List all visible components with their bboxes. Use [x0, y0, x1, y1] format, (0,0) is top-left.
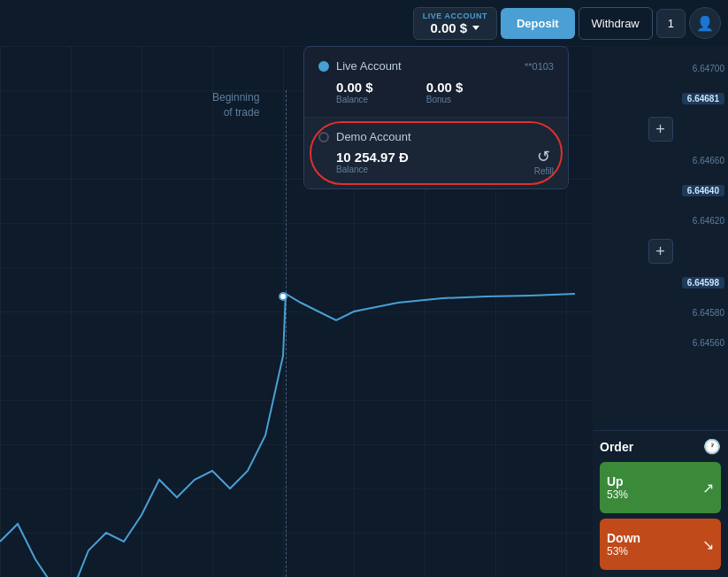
- right-panel: 6.64700 6.64681 + 6.64660 6.64640 6.6462…: [593, 46, 728, 577]
- live-account-button[interactable]: LIVE ACCOUNT 0.00 $: [413, 7, 497, 40]
- up-button[interactable]: Up 53% ↗: [600, 462, 721, 513]
- down-arrow-icon: ↘: [702, 536, 714, 553]
- down-pct: 53%: [607, 545, 628, 558]
- chevron-down-icon: [472, 26, 479, 30]
- nav-number-button[interactable]: 1: [656, 9, 686, 38]
- user-avatar-button[interactable]: 👤: [689, 7, 721, 39]
- add-button-2[interactable]: +: [648, 239, 673, 264]
- demo-radio: [318, 132, 329, 142]
- live-radio-selected: [318, 61, 329, 72]
- price-row-8: 6.64560: [596, 327, 724, 358]
- live-account-name: Live Account: [336, 59, 402, 73]
- order-section: Order 🕐 Up 53% ↗ Down 53% ↘: [593, 430, 728, 577]
- down-button[interactable]: Down 53% ↘: [600, 519, 721, 570]
- price-row-7: 6.64580: [596, 297, 724, 327]
- withdraw-button[interactable]: Withdraw: [579, 7, 653, 40]
- up-pct: 53%: [607, 489, 628, 501]
- demo-account-name: Demo Account: [336, 130, 411, 143]
- up-label: Up: [607, 474, 624, 489]
- live-account-item[interactable]: Live Account **0103 0.00 $ Balance 0.00 …: [304, 47, 568, 118]
- price-row-3: 6.64660: [596, 145, 724, 175]
- live-account-amount: 0.00 $: [430, 20, 479, 35]
- refill-icon: ↺: [537, 147, 550, 166]
- demo-balance-label: Balance: [336, 165, 409, 174]
- up-arrow-icon: ↗: [702, 480, 714, 496]
- order-label: Order: [600, 440, 633, 454]
- price-row-4: 6.64640: [596, 175, 724, 205]
- down-label: Down: [607, 531, 640, 545]
- demo-account-item[interactable]: Demo Account 10 254.97 Đ Balance ↺ Refil…: [304, 118, 568, 188]
- refill-button[interactable]: ↺ Refill: [534, 147, 554, 176]
- live-account-number: **0103: [525, 61, 554, 72]
- price-row-1: 6.64700: [596, 53, 724, 83]
- price-row-2: 6.64681: [596, 83, 724, 113]
- live-balance-label: Balance: [336, 95, 373, 104]
- live-bonus-label: Bonus: [426, 95, 464, 104]
- price-list: 6.64700 6.64681 + 6.64660 6.64640 6.6462…: [593, 46, 728, 430]
- account-dropdown: Live Account **0103 0.00 $ Balance 0.00 …: [303, 46, 569, 189]
- refill-label: Refill: [534, 166, 554, 176]
- live-bonus-amount: 0.00 $: [426, 80, 464, 95]
- chart-current-price-dot: [279, 292, 287, 301]
- live-account-label: LIVE ACCOUNT: [423, 12, 487, 20]
- price-row-5: 6.64620: [596, 205, 724, 235]
- deposit-button[interactable]: Deposit: [501, 8, 575, 39]
- clock-icon[interactable]: 🕐: [703, 438, 721, 455]
- add-button-1[interactable]: +: [648, 117, 673, 142]
- live-balance-amount: 0.00 $: [336, 80, 373, 95]
- header: LIVE ACCOUNT 0.00 $ Deposit Withdraw 1 👤: [0, 0, 728, 46]
- price-row-6: 6.64598: [596, 267, 724, 297]
- demo-balance-amount: 10 254.97 Đ: [336, 150, 409, 165]
